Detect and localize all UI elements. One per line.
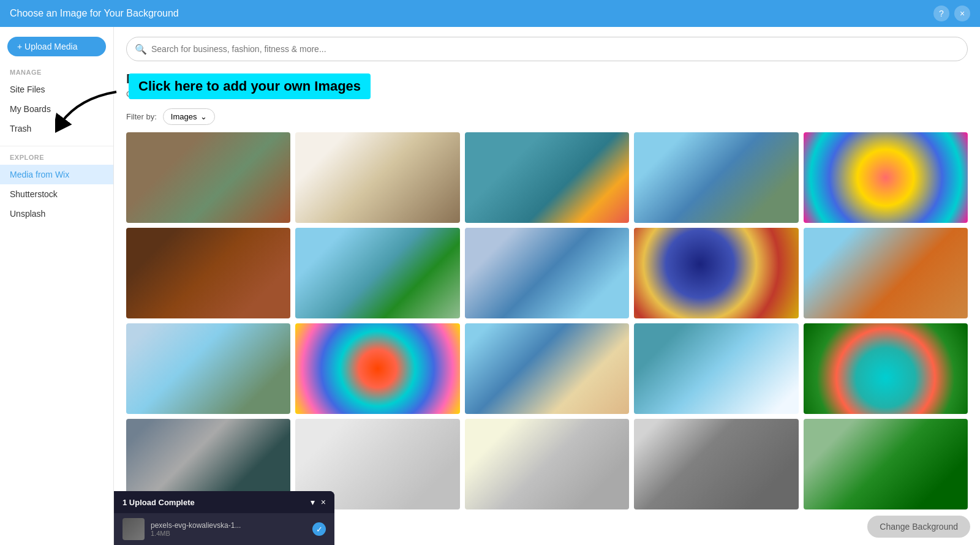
sidebar-item-media-from-wix[interactable]: Media from Wix <box>0 165 113 184</box>
content-subtitle: Choose from images, illustrations and pa… <box>126 89 968 99</box>
grid-image-9[interactable] <box>634 228 798 318</box>
upload-filesize: 1.4MB <box>151 530 306 537</box>
filter-dropdown[interactable]: Images ⌄ <box>163 108 216 125</box>
upload-controls: ▾ × <box>311 497 326 507</box>
filter-by-label: Filter by: <box>126 112 157 121</box>
sidebar-item-shutterstock[interactable]: Shutterstock <box>0 184 113 204</box>
sidebar-item-my-boards[interactable]: My Boards <box>0 99 113 119</box>
grid-image-12[interactable] <box>295 323 459 414</box>
dialog-title: Choose an Image for Your Background <box>10 8 179 19</box>
grid-image-10[interactable] <box>804 228 968 318</box>
grid-image-20[interactable] <box>804 419 968 509</box>
upload-check-icon: ✓ <box>312 522 326 536</box>
grid-image-7[interactable] <box>295 228 459 318</box>
search-bar-container: 🔍 <box>114 27 980 61</box>
grid-image-8[interactable] <box>465 228 629 318</box>
sidebar: + Upload Media MANAGE Site Files My Boar… <box>0 27 114 545</box>
grid-image-2[interactable] <box>295 132 459 223</box>
image-grid <box>114 132 980 545</box>
change-background-button[interactable]: Change Background <box>867 516 970 538</box>
sidebar-item-unsplash[interactable]: Unsplash <box>0 204 113 224</box>
content-header: Media from Wix Choose from images, illus… <box>114 61 980 103</box>
grid-image-14[interactable] <box>634 323 798 414</box>
sidebar-divider <box>0 146 113 146</box>
upload-file-info: pexels-evg-kowalievska-1... 1.4MB <box>151 521 306 537</box>
upload-file-row: pexels-evg-kowalievska-1... 1.4MB ✓ <box>114 513 334 545</box>
grid-image-3[interactable] <box>465 132 629 223</box>
sidebar-item-site-files[interactable]: Site Files <box>0 80 113 99</box>
chevron-down-icon: ⌄ <box>200 112 207 121</box>
explore-section-label: EXPLORE <box>0 154 113 161</box>
main-layout: + Upload Media MANAGE Site Files My Boar… <box>0 27 980 545</box>
titlebar: Choose an Image for Your Background ? × <box>0 0 980 27</box>
grid-image-1[interactable] <box>126 132 290 223</box>
grid-image-6[interactable] <box>126 228 290 318</box>
sidebar-item-trash[interactable]: Trash <box>0 119 113 138</box>
grid-image-4[interactable] <box>634 132 798 223</box>
upload-collapse-button[interactable]: ▾ <box>311 497 315 507</box>
content-title: Media from Wix <box>126 71 968 87</box>
upload-thumbnail <box>123 518 145 540</box>
upload-complete-label: 1 Upload Complete <box>123 498 195 507</box>
manage-section-label: MANAGE <box>0 69 113 76</box>
filter-bar: Filter by: Images ⌄ <box>114 103 980 132</box>
filter-value: Images <box>171 112 197 121</box>
grid-image-5[interactable] <box>804 132 968 223</box>
help-button[interactable]: ? <box>933 6 949 21</box>
upload-media-button[interactable]: + Upload Media <box>7 37 106 56</box>
upload-close-button[interactable]: × <box>321 497 326 507</box>
grid-image-11[interactable] <box>126 323 290 414</box>
grid-image-13[interactable] <box>465 323 629 414</box>
upload-filename: pexels-evg-kowalievska-1... <box>151 521 306 530</box>
upload-header: 1 Upload Complete ▾ × <box>114 491 334 513</box>
titlebar-actions: ? × <box>933 6 970 21</box>
upload-notification: 1 Upload Complete ▾ × pexels-evg-kowalie… <box>114 491 334 545</box>
grid-image-18[interactable] <box>465 419 629 509</box>
close-button[interactable]: × <box>954 6 970 21</box>
search-input[interactable] <box>126 37 968 61</box>
main-content: 🔍 Media from Wix Choose from images, ill… <box>114 27 980 545</box>
grid-image-19[interactable] <box>634 419 798 509</box>
grid-image-15[interactable] <box>804 323 968 414</box>
